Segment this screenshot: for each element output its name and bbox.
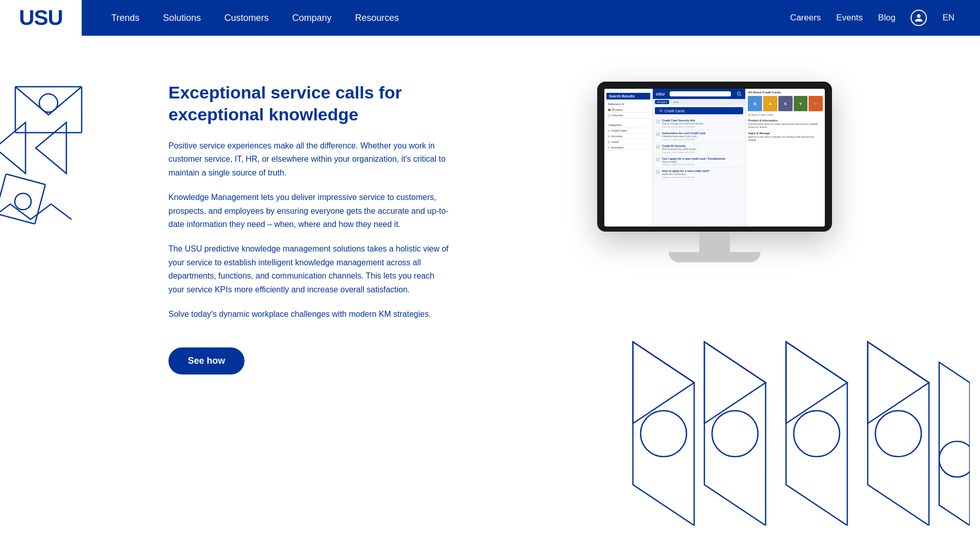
- screen-search-bar: [670, 91, 731, 96]
- sidebar-header: Search Results: [606, 93, 650, 99]
- panel-title: All About Credit Cards: [748, 91, 823, 94]
- paragraph-3: The USU predictive knowledge management …: [168, 242, 449, 296]
- nav-events[interactable]: Events: [836, 13, 863, 23]
- svg-point-19: [875, 411, 921, 457]
- result-meta-4: Category: Credit Cards | 05.10.2022: [662, 163, 742, 166]
- search-term: Credit Cards: [665, 109, 684, 113]
- screen-search-icon: [736, 91, 742, 97]
- result-icon-3: [656, 145, 660, 149]
- tab-free: Free: [671, 100, 680, 104]
- result-meta-2: Category: Credit Cards | 15.12.2022: [662, 138, 742, 141]
- nav-link-solutions[interactable]: Solutions: [154, 9, 210, 28]
- logo-text: USU: [19, 6, 63, 30]
- left-decoration: [0, 56, 117, 240]
- svg-marker-11: [704, 342, 766, 525]
- result-item-2: Instructions for Lost Credit Card Follow…: [655, 130, 743, 143]
- right-section: Search Results Relevance ▾ ▣ All topics …: [449, 66, 939, 525]
- bottom-right-decoration: [602, 332, 970, 525]
- result-meta-1: Category: Credit Cards | 02.01.2023: [662, 126, 742, 128]
- see-how-button[interactable]: See how: [168, 347, 244, 374]
- panel-image-strip: E A S Y 🐦: [748, 96, 823, 111]
- svg-point-21: [939, 441, 970, 477]
- sidebar-item-2: ▣ All topics: [606, 107, 650, 113]
- svg-marker-14: [786, 342, 847, 525]
- result-item-4: Can I apply for a new credit card / Trou…: [655, 156, 743, 168]
- result-title-3: Credit ID Security: [662, 144, 742, 147]
- svg-marker-2: [0, 122, 26, 173]
- result-item-1: Credit Card Security Info How to manage …: [655, 117, 743, 130]
- tab-all: All topics: [655, 100, 669, 104]
- main-heading: Exceptional service calls for exceptiona…: [168, 82, 449, 125]
- svg-point-6: [660, 110, 662, 112]
- monitor-stand-base: [669, 252, 761, 262]
- person-icon: [914, 13, 923, 22]
- panel-section-title-1: Product & Information: [748, 119, 823, 122]
- result-meta-5: Category: Credit Cards | 01.09.2022: [662, 176, 742, 179]
- sidebar-item-6: ▷ Accounts: [606, 134, 650, 139]
- nav-careers[interactable]: Careers: [790, 13, 821, 23]
- nav-link-company[interactable]: Company: [283, 9, 340, 28]
- svg-point-13: [712, 411, 758, 457]
- result-item-3: Credit ID Security How to protect your c…: [655, 143, 743, 156]
- nav-link-trends[interactable]: Trends: [102, 9, 149, 28]
- main-content: Exceptional service calls for exceptiona…: [0, 36, 980, 546]
- sidebar-item-8: ▷ Insurance: [606, 145, 650, 151]
- nav-links: Trends Solutions Customers Company Resou…: [82, 9, 790, 28]
- panel-img-bird: 🐦: [808, 96, 823, 111]
- result-title-2: Instructions for Lost Credit Card: [662, 132, 742, 135]
- nav-blog[interactable]: Blog: [878, 13, 895, 23]
- screen-right-panel: All About Credit Cards E A S Y 🐦 All Abo…: [745, 89, 825, 227]
- panel-img-e: E: [748, 96, 762, 111]
- svg-line-7: [662, 111, 663, 112]
- navbar: USU Trends Solutions Customers Company R…: [0, 0, 980, 36]
- result-text-1: Credit Card Security Info How to manage …: [662, 119, 742, 128]
- svg-point-16: [794, 411, 840, 457]
- panel-section-text-2: Apply for a new card or manage your exis…: [748, 136, 823, 142]
- sidebar-item-5: ▷ Credit Cards: [606, 128, 650, 134]
- result-icon-5: [656, 170, 660, 174]
- monitor-stand-neck: [699, 232, 730, 252]
- paragraph-4: Solve today's dynamic workplace challeng…: [168, 308, 449, 321]
- screen-header: USU: [653, 89, 745, 99]
- svg-marker-17: [868, 342, 929, 525]
- sidebar-item-1: Relevance ▾: [606, 102, 650, 107]
- result-icon-2: [656, 132, 660, 136]
- sidebar-item-4: Categories: [606, 122, 650, 128]
- search-highlight: Credit Cards: [655, 107, 743, 114]
- result-text-5: How to apply for a new credit card? Appl…: [662, 169, 742, 179]
- panel-section-text-1: Full information about our credit card p…: [748, 123, 823, 130]
- panel-img-s: S: [778, 96, 793, 111]
- result-icon-4: [656, 158, 660, 162]
- logo-container[interactable]: USU: [0, 0, 82, 36]
- result-text-2: Instructions for Lost Credit Card Follow…: [662, 132, 742, 141]
- screen-sidebar: Search Results Relevance ▾ ▣ All topics …: [604, 89, 653, 227]
- screen-content: Search Results Relevance ▾ ▣ All topics …: [604, 89, 825, 227]
- result-icon-1: [656, 119, 660, 123]
- svg-point-1: [39, 94, 58, 112]
- result-text-4: Can I apply for a new credit card / Trou…: [662, 157, 742, 166]
- svg-marker-3: [36, 122, 66, 173]
- monitor-screen: Search Results Relevance ▾ ▣ All topics …: [604, 89, 825, 227]
- svg-point-5: [15, 193, 31, 210]
- user-icon[interactable]: [911, 10, 927, 26]
- result-item-5: How to apply for a new credit card? Appl…: [655, 168, 743, 181]
- nav-lang[interactable]: EN: [942, 13, 954, 23]
- svg-rect-4: [0, 174, 45, 224]
- nav-link-customers[interactable]: Customers: [215, 9, 278, 28]
- svg-marker-8: [633, 342, 694, 525]
- monitor-frame: Search Results Relevance ▾ ▣ All topics …: [597, 82, 832, 232]
- screen-logo: USU: [656, 92, 665, 96]
- result-title-4: Can I apply for a new credit card / Trou…: [662, 157, 742, 160]
- nav-right: Careers Events Blog EN: [790, 10, 980, 26]
- search-highlight-icon: [659, 109, 663, 113]
- panel-subtitle: All About Credit Cards: [748, 113, 823, 117]
- result-title-1: Credit Card Security Info: [662, 119, 742, 122]
- paragraph-2: Knowledge Management lets you deliver im…: [168, 191, 449, 231]
- nav-link-resources[interactable]: Resources: [346, 9, 408, 28]
- result-title-5: How to apply for a new credit card?: [662, 169, 742, 172]
- panel-section-1: Product & Information Full information a…: [748, 119, 823, 130]
- text-section: Exceptional service calls for exceptiona…: [168, 66, 449, 374]
- monitor-mockup: Search Results Relevance ▾ ▣ All topics …: [597, 82, 832, 262]
- screen-results: Credit Card Security Info How to manage …: [653, 116, 745, 182]
- panel-section-title-2: Apply & Manage: [748, 132, 823, 135]
